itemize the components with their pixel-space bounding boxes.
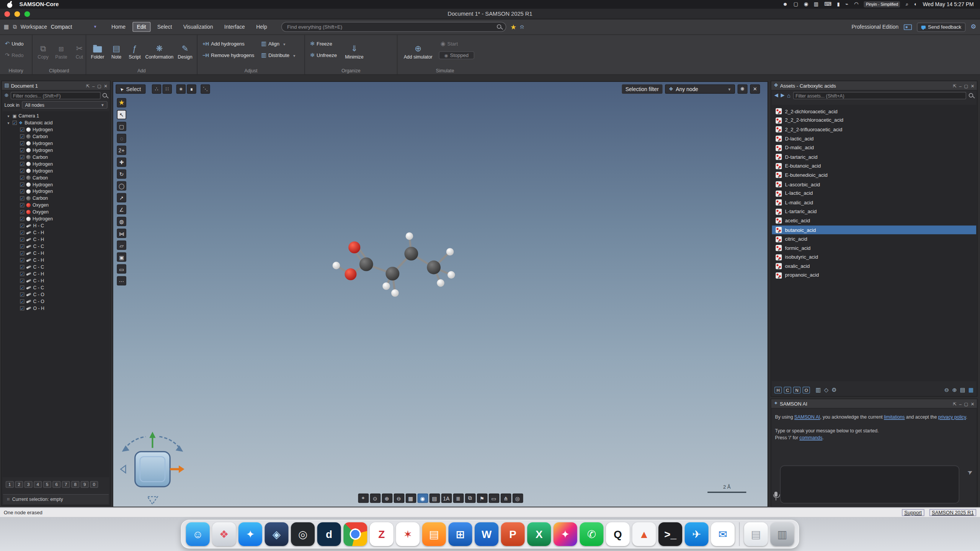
grid-view-button[interactable]: ▦ [969, 387, 974, 393]
screen-record-icon[interactable]: ◉ [804, 2, 808, 7]
tab-visualization[interactable]: Visualization [179, 22, 217, 32]
printer-button[interactable]: ▥ [816, 387, 821, 393]
checkbox[interactable]: ✓ [20, 148, 24, 152]
translate-tool[interactable]: ✚ [117, 157, 126, 166]
tree-item-h-c[interactable]: ✓H - C [3, 222, 109, 229]
tree-item-hydrogen[interactable]: ✓Hydrogen [3, 147, 109, 154]
pin-icon[interactable]: ⇱ [86, 83, 90, 88]
checkbox[interactable]: ✓ [20, 141, 24, 145]
samson-ai-link[interactable]: SAMSON AI [794, 414, 820, 420]
checkbox[interactable]: ✓ [20, 176, 24, 180]
tree-item-c-c[interactable]: ✓C - C [3, 243, 109, 250]
tree-item-hydrogen[interactable]: ✓Hydrogen [3, 188, 109, 195]
dock-icon-books[interactable]: ▤ [422, 522, 446, 546]
stats-icon[interactable]: ▥ [814, 2, 818, 7]
tree-item-carbon[interactable]: ✓Carbon [3, 174, 109, 181]
selection-tool-button[interactable]: ↖ [117, 110, 126, 119]
picker-tool[interactable]: ➚ [117, 193, 126, 202]
charge-tool[interactable]: 2+ [117, 145, 126, 155]
checkbox[interactable]: ✓ [20, 285, 24, 290]
add-simulator-button[interactable]: ⊕Add simulator [401, 38, 436, 66]
dock-icon-chrome[interactable] [343, 522, 367, 546]
remove-hydrogens-button[interactable]: −HRemove hydrogens [201, 51, 256, 59]
input-method-indicator[interactable]: Pinyin - Simplified [864, 1, 900, 7]
bluetooth-icon[interactable]: ⌁ [845, 2, 848, 7]
checkbox[interactable]: ✓ [20, 189, 24, 194]
zoom-in-button[interactable]: ⊕ [382, 494, 392, 503]
asset-item-formic_acid[interactable]: formic_acid [772, 244, 976, 253]
tree-item-oxygen[interactable]: ✓Oxygen [3, 209, 109, 215]
dock-icon-qq[interactable]: Q [606, 522, 630, 546]
dock-icon-sketch-app[interactable]: ◈ [265, 522, 288, 546]
maximize-icon[interactable]: ▢ [964, 83, 968, 88]
search-icon[interactable] [103, 93, 108, 98]
search-icon[interactable] [969, 93, 974, 98]
asset-item-2_2_2-trifluoroacetic_acid[interactable]: 2_2_2-trifluoroacetic_acid [772, 125, 976, 134]
ruler-tool[interactable]: ▭ [117, 264, 126, 274]
ai-message-input[interactable] [780, 465, 960, 504]
dock-icon-rocket-app[interactable]: ▲ [632, 522, 656, 546]
dock-icon-obs-studio[interactable]: ◎ [291, 522, 315, 546]
close-filter-icon[interactable]: ✕ [750, 84, 760, 93]
window-button[interactable]: ▭ [488, 494, 499, 503]
ring-builder-button[interactable]: ◇ [824, 387, 828, 393]
forward-icon[interactable]: ▶ [781, 93, 784, 98]
display-icon[interactable]: ▢ [794, 2, 798, 7]
expander-icon[interactable]: ▾ [8, 121, 13, 125]
tab-help[interactable]: Help [252, 22, 271, 32]
minimize-icon[interactable]: – [92, 83, 95, 88]
dock-icon-safari[interactable]: ✦ [238, 522, 262, 546]
pick-bonds-icon[interactable]: ∷ [162, 84, 172, 93]
wifi-icon[interactable]: ◠ [854, 2, 858, 7]
angle-tool[interactable]: ∠ [117, 205, 126, 214]
align-button[interactable]: ▥Align▼ [259, 40, 298, 48]
checkbox[interactable]: ✓ [20, 299, 24, 303]
minimize-icon[interactable]: – [959, 401, 961, 406]
control-center-icon[interactable]: ◐ [914, 2, 917, 7]
quick-select-6[interactable]: 6 [52, 481, 60, 488]
asset-item-L-lactic_acid[interactable]: L-lactic_acid [772, 189, 976, 198]
look-in-dropdown[interactable]: All nodes▼ [22, 101, 107, 109]
settings-gear-icon[interactable]: ⚙ [971, 24, 977, 30]
camera-view-button[interactable]: ◉ [417, 494, 428, 503]
asset-item-isobutyric_acid[interactable]: isobutyric_acid [772, 253, 976, 262]
zoom-window-button[interactable] [24, 11, 30, 17]
quick-select-1[interactable]: 1 [6, 481, 14, 488]
dock-icon-trash[interactable]: ▥ [770, 522, 794, 546]
design-button[interactable]: ✎Design [176, 38, 194, 66]
apply-filter-icon[interactable]: ❋ [738, 84, 748, 93]
menubar-app-name[interactable]: SAMSON-Core [20, 1, 59, 7]
send-icon[interactable]: ➤ [966, 468, 974, 476]
asset-item-D-tartaric_acid[interactable]: D-tartaric_acid [772, 152, 976, 161]
asset-item-D-malic_acid[interactable]: D-malic_acid [772, 143, 976, 152]
dock-icon-parallels-windows[interactable]: ⊞ [448, 522, 472, 546]
filter-nodes-input[interactable] [10, 92, 101, 99]
paste-button[interactable]: ⧈Paste [54, 38, 69, 66]
user-switch-icon[interactable]: ☻ [782, 2, 788, 7]
start-button[interactable]: ◉Start [439, 40, 474, 48]
maximize-icon[interactable]: ▢ [964, 401, 968, 406]
asset-item-2_2-dichloroacetic_acid[interactable]: 2_2-dichloroacetic_acid [772, 107, 976, 116]
apps-grid-icon[interactable]: ▦ [4, 24, 9, 30]
lasso-select-tool[interactable]: ◌ [117, 134, 126, 143]
asset-item-E-butenedioic_acid[interactable]: E-butenedioic_acid [772, 171, 976, 180]
quick-select-0[interactable]: 0 [90, 481, 98, 488]
pin-icon[interactable]: ⇱ [953, 401, 957, 406]
checkbox[interactable]: ✓ [20, 223, 24, 228]
checkbox[interactable]: ✓ [20, 237, 24, 241]
tree-item-hydrogen[interactable]: ✓Hydrogen [3, 140, 109, 147]
zoom-out-button[interactable]: ⊖ [394, 494, 404, 503]
dock-icon-colorful-app[interactable]: ✦ [554, 522, 577, 546]
search-input[interactable] [282, 24, 497, 30]
checkbox[interactable]: ✓ [20, 217, 24, 221]
tree-item-hydrogen[interactable]: ✓Hydrogen [3, 168, 109, 174]
tree-item-hydrogen[interactable]: ✓Hydrogen [3, 161, 109, 168]
tree-item-hydrogen[interactable]: ✓Hydrogen [3, 215, 109, 222]
navigation-widget[interactable] [116, 430, 189, 507]
asset-item-citric_acid[interactable]: citric_acid [772, 235, 976, 244]
quick-select-7[interactable]: 7 [62, 481, 70, 488]
tab-interface[interactable]: Interface [220, 22, 249, 32]
script-button[interactable]: ƒScript [127, 38, 142, 66]
element-c-button[interactable]: C [784, 387, 791, 394]
pick-molecule-icon[interactable]: ⋱ [201, 84, 210, 93]
